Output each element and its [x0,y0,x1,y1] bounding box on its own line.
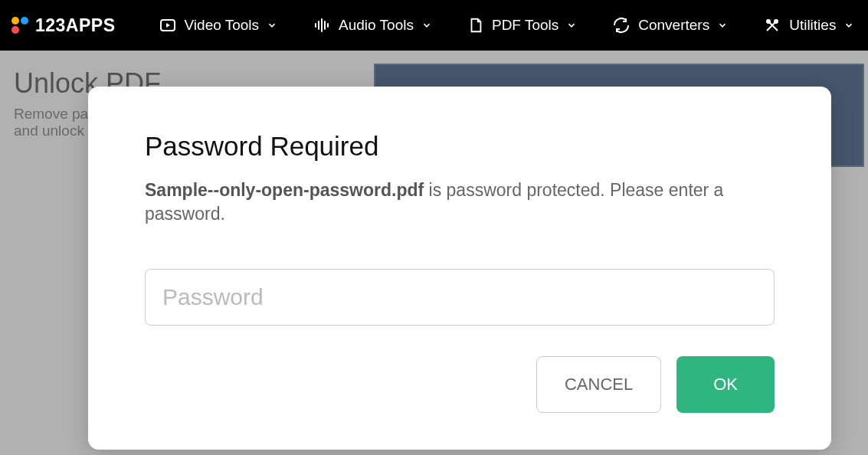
top-nav: 123APPS Video Tools Audio Tools PDF Tool… [0,0,868,51]
nav-video-tools[interactable]: Video Tools [143,16,293,34]
nav-label: PDF Tools [492,17,558,34]
logo[interactable]: 123APPS [11,15,116,36]
chevron-down-icon [717,20,728,31]
tools-icon [763,16,781,34]
logo-text: 123APPS [35,15,116,36]
chevron-down-icon [566,20,577,31]
nav-utilities[interactable]: Utilities [748,16,868,34]
convert-icon [612,16,631,34]
logo-dots-icon [11,16,29,34]
chevron-down-icon [421,20,432,31]
password-modal: Password Required Sample--only-open-pass… [88,87,831,450]
cancel-button[interactable]: CANCEL [536,356,661,413]
nav-converters[interactable]: Converters [597,16,743,34]
pdf-file-icon [467,16,484,34]
modal-actions: CANCEL OK [145,356,775,413]
nav-label: Converters [638,17,709,34]
chevron-down-icon [267,20,277,31]
play-rect-icon [159,16,177,34]
ok-button[interactable]: OK [676,356,775,413]
nav-pdf-tools[interactable]: PDF Tools [452,16,592,34]
nav-audio-tools[interactable]: Audio Tools [297,16,447,34]
nav-label: Video Tools [185,17,260,34]
modal-filename: Sample--only-open-password.pdf [145,180,424,200]
nav-label: Utilities [789,17,836,34]
modal-message: Sample--only-open-password.pdf is passwo… [145,178,775,226]
chevron-down-icon [843,20,854,31]
nav-label: Audio Tools [339,17,414,34]
modal-title: Password Required [145,131,775,162]
audio-bars-icon [313,16,331,34]
password-input[interactable] [145,269,775,326]
